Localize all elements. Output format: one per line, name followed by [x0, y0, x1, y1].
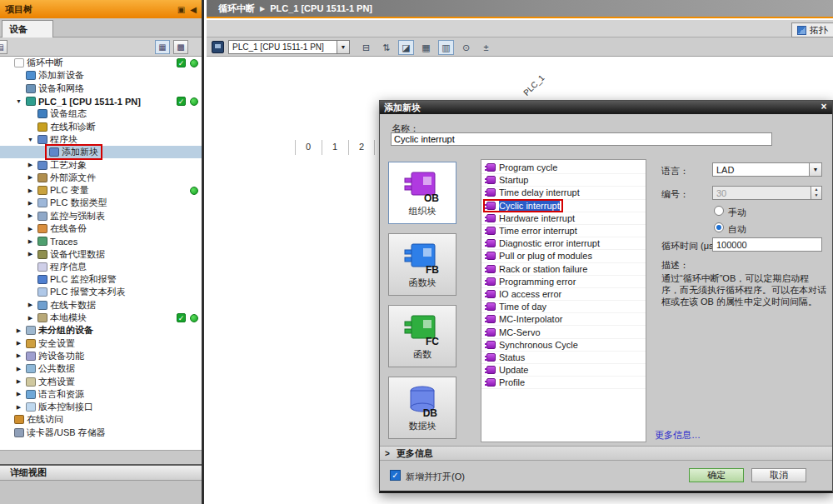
- tree-item[interactable]: ▶跨设备功能: [0, 350, 202, 362]
- ob-list-item[interactable]: Hardware interrupt: [481, 212, 646, 225]
- tree-item[interactable]: 设备组态: [0, 107, 202, 120]
- expander-icon[interactable]: ▶: [26, 187, 35, 194]
- breadcrumb-project[interactable]: 循环中断: [218, 2, 255, 15]
- more-info-link[interactable]: 更多信息…: [655, 429, 701, 442]
- block-type-fb-button[interactable]: FB函数块: [388, 233, 456, 296]
- collapse-panel-icon[interactable]: ◀: [190, 5, 197, 14]
- tab-devices[interactable]: 设备: [2, 20, 53, 37]
- compare-icon[interactable]: ⇅: [378, 40, 394, 55]
- tree-item[interactable]: 程序信息: [0, 261, 202, 273]
- detail-view-bar[interactable]: 详细视图: [0, 464, 202, 481]
- ob-list-item[interactable]: Program cycle: [481, 162, 646, 174]
- expander-icon[interactable]: ▶: [14, 378, 23, 385]
- cancel-button[interactable]: 取消: [751, 468, 806, 482]
- tree-item[interactable]: ▶安全设置: [0, 337, 202, 350]
- tree-item[interactable]: PLC 监控和报警: [0, 273, 202, 286]
- manual-radio[interactable]: [714, 206, 724, 216]
- tree-item[interactable]: 在线访问: [0, 413, 202, 426]
- expander-icon[interactable]: ▶: [26, 238, 35, 245]
- filter-icon[interactable]: ▤: [0, 40, 7, 54]
- tree-item[interactable]: ▶PLC 变量: [0, 184, 202, 197]
- expander-icon[interactable]: ▶: [26, 226, 35, 232]
- chevron-down-icon[interactable]: ▼: [337, 41, 349, 53]
- accessible-devices-icon[interactable]: [212, 41, 224, 53]
- ob-list-item[interactable]: Synchronous Cycle: [481, 339, 646, 352]
- expander-icon[interactable]: ▶: [26, 315, 35, 322]
- tree-item[interactable]: ▶语言和资源: [0, 388, 202, 401]
- ob-list-item[interactable]: Update: [481, 364, 646, 377]
- expander-icon[interactable]: ▶: [26, 251, 35, 257]
- ob-list-item[interactable]: Diagnostic error interrupt: [481, 237, 646, 250]
- expander-icon[interactable]: ▶: [14, 340, 23, 347]
- expander-icon[interactable]: ▶: [26, 174, 35, 181]
- tab-topology-view[interactable]: 拓扑: [791, 22, 833, 37]
- tree-item[interactable]: ▶本地模块✓: [0, 312, 202, 324]
- ob-list-item[interactable]: Rack or station failure: [481, 263, 646, 276]
- tree-item[interactable]: ▶Traces: [0, 235, 202, 247]
- auto-radio-label[interactable]: 自动: [728, 223, 746, 236]
- tree-item[interactable]: ▶未分组的设备: [0, 324, 202, 337]
- ob-list-item[interactable]: Cyclic interrupt: [481, 200, 646, 212]
- ob-list-item[interactable]: Time error interrupt: [481, 225, 646, 237]
- tree-item[interactable]: ▼PLC_1 [CPU 1511-1 PN]✓: [0, 95, 202, 107]
- more-info-expander[interactable]: > 更多信息: [380, 446, 832, 461]
- block-type-ob-button[interactable]: OB组织块: [388, 162, 456, 224]
- hw-config-icon[interactable]: ⊟: [358, 40, 374, 55]
- zoom-icon[interactable]: ⊙: [458, 40, 474, 55]
- tree-item[interactable]: 添加新设备: [0, 69, 202, 82]
- tree-item[interactable]: ▶设备代理数据: [0, 247, 202, 260]
- block-name-input[interactable]: [391, 132, 772, 146]
- close-icon[interactable]: ×: [817, 101, 831, 113]
- cycle-time-input[interactable]: 100000: [712, 237, 822, 252]
- dialog-title-bar[interactable]: 添加新块 ×: [380, 101, 832, 114]
- expander-icon[interactable]: ▶: [14, 391, 23, 397]
- grid-view-icon[interactable]: ▦: [418, 40, 434, 55]
- manual-radio-label[interactable]: 手动: [728, 207, 746, 219]
- breadcrumb-device[interactable]: PLC_1 [CPU 1511-1 PN]: [270, 3, 372, 13]
- tree-item[interactable]: PLC 报警文本列表: [0, 286, 202, 298]
- device-select[interactable]: PLC_1 [CPU 1511-1 PN] ▼: [228, 40, 350, 54]
- tree-item[interactable]: ▶PLC 数据类型: [0, 197, 202, 209]
- ob-list-item[interactable]: MC-Servo: [481, 326, 646, 338]
- ob-list-item[interactable]: Profile: [481, 377, 646, 389]
- ob-list-item[interactable]: Time of day: [481, 301, 646, 313]
- tree-item[interactable]: 循环中断✓: [0, 57, 202, 69]
- device-view-icon[interactable]: ◪: [398, 40, 414, 55]
- zoom-level-icon[interactable]: ±: [478, 40, 494, 55]
- expander-icon[interactable]: ▶: [26, 162, 35, 168]
- tree-item[interactable]: 设备和网络: [0, 82, 202, 95]
- tree-item[interactable]: ▶外部源文件: [0, 172, 202, 184]
- add-and-open-label[interactable]: 新增并打开(O): [406, 471, 465, 483]
- tree-item[interactable]: ▼程序块: [0, 133, 202, 146]
- tree-item[interactable]: ▶工艺对象: [0, 158, 202, 171]
- expander-icon[interactable]: ▶: [26, 200, 35, 207]
- expander-icon[interactable]: ▶: [26, 212, 35, 219]
- tree-item[interactable]: 读卡器/USB 存储器: [0, 427, 202, 439]
- expander-icon[interactable]: ▼: [14, 98, 23, 104]
- expander-icon[interactable]: ▶: [14, 327, 23, 334]
- tree-item[interactable]: ▶版本控制接口: [0, 401, 202, 413]
- ob-list-item[interactable]: Status: [481, 352, 646, 364]
- spinner-arrows-icon[interactable]: ▲▼: [811, 187, 821, 199]
- number-spinner[interactable]: 30 ▲▼: [712, 186, 822, 200]
- add-column-icon[interactable]: ▩: [173, 40, 188, 54]
- expander-icon[interactable]: ▶: [26, 302, 35, 308]
- ob-list-item[interactable]: Startup: [481, 174, 646, 187]
- block-type-db-button[interactable]: DB数据块: [388, 377, 456, 439]
- pin-panel-icon[interactable]: ▣: [177, 5, 185, 14]
- ok-button[interactable]: 确定: [689, 468, 744, 482]
- chevron-down-icon[interactable]: ▼: [809, 163, 821, 176]
- tree-item[interactable]: ▶文档设置: [0, 375, 202, 387]
- auto-radio[interactable]: [714, 222, 724, 232]
- expander-icon[interactable]: ▶: [14, 352, 23, 359]
- tree-item[interactable]: ▶监控与强制表: [0, 210, 202, 222]
- expander-icon[interactable]: ▶: [14, 366, 23, 372]
- expander-icon[interactable]: ▶: [14, 404, 23, 411]
- ob-list-item[interactable]: IO access error: [481, 288, 646, 301]
- split-columns-icon[interactable]: ▥: [438, 40, 454, 55]
- add-and-open-checkbox[interactable]: ✓: [390, 470, 401, 481]
- tree-item[interactable]: 在线和诊断: [0, 120, 202, 132]
- ob-list-item[interactable]: Time delay interrupt: [481, 187, 646, 199]
- tree-item[interactable]: ▶在线备份: [0, 222, 202, 235]
- ob-list-item[interactable]: Pull or plug of modules: [481, 250, 646, 262]
